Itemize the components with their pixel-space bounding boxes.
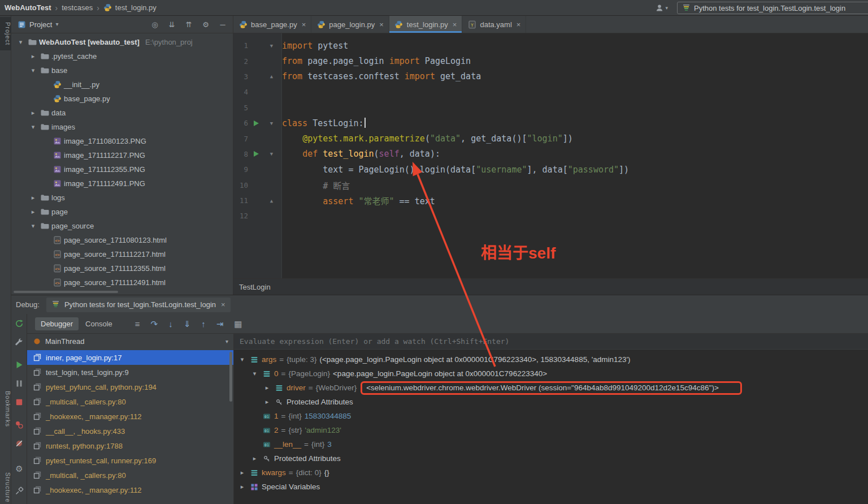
fold-icon[interactable]: ▼ — [270, 43, 273, 49]
stack-frame[interactable]: _hookexec, _manager.py:112 — [27, 409, 233, 424]
fold-icon[interactable]: ▼ — [270, 151, 273, 157]
tree-item[interactable]: image_1711112355.PNG — [11, 162, 233, 176]
chevron-right-icon[interactable]: ▸ — [28, 194, 38, 201]
chevron-down-icon[interactable]: ▾ — [16, 38, 25, 46]
debug-session-tab[interactable]: Python tests for test_login.TestLogin.te… — [46, 298, 231, 312]
vertical-scrollbar[interactable] — [229, 352, 232, 402]
fold-icon[interactable]: ▲ — [270, 74, 273, 79]
evaluate-expression-input[interactable]: Evaluate expression (Enter) or add a wat… — [234, 334, 868, 350]
chevron-right-icon[interactable]: ▸ — [262, 398, 272, 406]
tool-window-button-project[interactable]: Project — [0, 17, 11, 50]
chevron-right-icon[interactable]: ▸ — [28, 53, 38, 60]
locate-icon[interactable]: ◎ — [150, 20, 159, 29]
step-out-icon[interactable]: ↑ — [201, 320, 206, 328]
tree-item[interactable]: ▾base — [11, 63, 233, 77]
close-icon[interactable]: × — [517, 20, 521, 29]
variable-row[interactable]: 011 = {int} 15830344885 — [234, 409, 868, 423]
mute-breakpoints-icon[interactable] — [14, 438, 24, 449]
project-panel-title[interactable]: Project — [29, 20, 52, 29]
view-breakpoints-icon[interactable] — [14, 420, 24, 430]
variable-row[interactable]: ▸driver = {WebDriver} <selenium.webdrive… — [234, 381, 868, 395]
tree-item[interactable]: <>page_source_1711080123.html — [11, 233, 233, 247]
run-to-cursor-icon[interactable]: ⇥ — [216, 320, 224, 328]
tree-item[interactable]: ▾WebAutoTest [webauto_test]E:\python_pro… — [11, 35, 233, 49]
debug-tab-console[interactable]: Console — [80, 317, 118, 330]
variable-row[interactable]: ▸Protected Attributes — [234, 451, 868, 466]
stop-icon[interactable] — [14, 397, 24, 407]
tree-item[interactable]: ▾page_source — [11, 219, 233, 233]
close-icon[interactable]: × — [302, 20, 306, 29]
editor-tab[interactable]: Ydata.yaml× — [462, 16, 526, 33]
stack-frame[interactable]: inner, page_login.py:17 — [27, 350, 233, 365]
chevron-right-icon[interactable]: ▸ — [250, 455, 259, 462]
run-test-icon[interactable] — [254, 120, 259, 126]
tree-item[interactable]: ▾images — [11, 120, 233, 134]
rerun-icon[interactable] — [14, 318, 24, 329]
settings-icon[interactable]: ⚙ — [14, 463, 24, 473]
run-test-icon[interactable] — [254, 151, 259, 157]
stack-frame[interactable]: _multicall, _callers.py:80 — [27, 394, 233, 409]
chevron-down-icon[interactable]: ▾ — [250, 370, 259, 377]
tree-item[interactable]: ▸logs — [11, 191, 233, 205]
tree-item[interactable]: ▸data — [11, 106, 233, 120]
tree-item[interactable]: <>page_source_1711112355.html — [11, 261, 233, 275]
editor-tab[interactable]: base_page.py× — [233, 16, 311, 33]
tool-window-button-bookmarks[interactable]: Bookmarks — [0, 391, 11, 427]
force-step-into-icon[interactable]: ⇓ — [184, 320, 191, 328]
code-editor[interactable]: 1▼import pytest2from page.page_login imp… — [233, 33, 868, 278]
settings-icon[interactable]: ⚙ — [201, 20, 210, 29]
stack-frame[interactable]: pytest_runtest_call, runner.py:169 — [27, 453, 233, 468]
chevron-right-icon[interactable]: ▸ — [237, 483, 247, 490]
chevron-down-icon[interactable]: ▾ — [28, 123, 38, 131]
menu-icon[interactable]: ≡ — [135, 320, 140, 328]
fold-icon[interactable]: ▼ — [270, 120, 273, 126]
breadcrumb-item-class[interactable]: TestLogin — [239, 283, 271, 291]
breadcrumb-item[interactable]: WebAutoTest — [5, 3, 51, 12]
close-icon[interactable]: × — [221, 300, 225, 309]
chevron-right-icon[interactable]: ▸ — [262, 384, 272, 391]
variable-row[interactable]: ▸kwargs = {dict: 0} {} — [234, 466, 868, 480]
variable-row[interactable]: 01__len__ = {int} 3 — [234, 437, 868, 451]
breadcrumb-item[interactable]: test_login.py — [103, 3, 157, 12]
step-over-icon[interactable]: ↷ — [151, 320, 158, 328]
stack-frame[interactable]: _hookexec, _manager.py:112 — [27, 483, 233, 497]
tree-item[interactable]: image_1711080123.PNG — [11, 134, 233, 148]
variable-row[interactable]: ▸Special Variables — [234, 480, 868, 494]
pause-icon[interactable] — [14, 378, 24, 389]
tree-item[interactable]: image_1711112217.PNG — [11, 148, 233, 162]
debug-tab-debugger[interactable]: Debugger — [35, 317, 79, 330]
chevron-right-icon[interactable]: ▸ — [28, 208, 38, 216]
editor-tab[interactable]: test_login.py× — [389, 16, 463, 33]
run-configuration-selector[interactable]: Python tests for test_login.TestLogin.te… — [677, 2, 868, 14]
variable-row[interactable]: 012 = {str} 'admin123' — [234, 423, 868, 437]
variable-row[interactable]: ▸Protected Attributes — [234, 395, 868, 409]
tree-item[interactable]: ▸.pytest_cache — [11, 49, 233, 63]
table-icon[interactable]: ▦ — [234, 320, 242, 328]
editor-tab[interactable]: page_login.py× — [311, 16, 389, 33]
close-icon[interactable]: × — [453, 20, 457, 29]
close-icon[interactable]: × — [379, 20, 384, 29]
tree-item[interactable]: <>page_source_1711112217.html — [11, 247, 233, 261]
tree-item[interactable]: <>page_source_1711112491.html — [11, 275, 233, 290]
chevron-right-icon[interactable]: ▸ — [237, 469, 247, 476]
breadcrumb-item[interactable]: testcases — [62, 3, 93, 12]
horizontal-scrollbar[interactable] — [14, 291, 118, 293]
chevron-down-icon[interactable]: ▾ — [28, 222, 38, 230]
thread-selector[interactable]: MainThread ▾ — [27, 334, 233, 349]
stack-frame[interactable]: pytest_pyfunc_call, python.py:194 — [27, 380, 233, 394]
pin-icon[interactable] — [14, 486, 24, 496]
chevron-down-icon[interactable]: ▾ — [55, 21, 58, 27]
step-into-icon[interactable]: ↓ — [168, 320, 173, 328]
tool-window-button-structure[interactable]: Structure — [0, 472, 11, 503]
variable-row[interactable]: ▾args = {tuple: 3} (<page.page_login.Pag… — [234, 352, 868, 367]
wrench-icon[interactable] — [14, 337, 24, 347]
fold-icon[interactable]: ▲ — [270, 198, 273, 204]
chevron-down-icon[interactable]: ▾ — [28, 67, 38, 74]
variable-row[interactable]: ▾0 = {PageLogin} <page.page_login.PageLo… — [234, 367, 868, 381]
stack-frame[interactable]: _multicall, _callers.py:80 — [27, 468, 233, 483]
user-menu-button[interactable]: ▾ — [655, 3, 668, 12]
tree-item[interactable]: base_page.py — [11, 92, 233, 106]
stack-frame[interactable]: runtest, python.py:1788 — [27, 438, 233, 453]
collapse-all-icon[interactable]: ⇈ — [184, 20, 193, 29]
tree-item[interactable]: image_1711112491.PNG — [11, 176, 233, 191]
